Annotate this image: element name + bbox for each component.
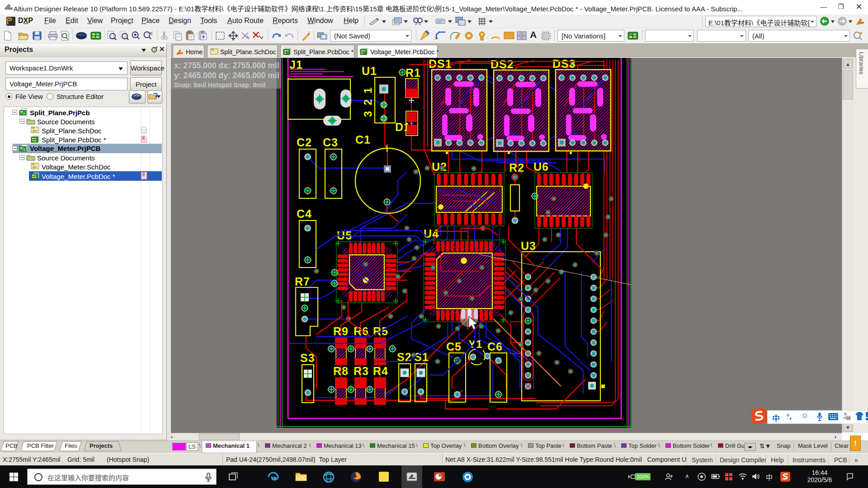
svg-text:x: 2755.000 dx: 2755.000: x: 2755.000 dx: 2755.000 mil <box>174 61 279 70</box>
svg-text:1: 1 <box>362 88 374 94</box>
svg-text:DS3: DS3 <box>552 58 576 70</box>
svg-text:C5: C5 <box>446 340 462 353</box>
svg-text:R8: R8 <box>333 365 349 377</box>
svg-text:U2: U2 <box>432 160 447 173</box>
svg-text:C3: C3 <box>323 136 338 149</box>
svg-text:U4: U4 <box>424 227 439 240</box>
svg-text:C2: C2 <box>297 136 312 149</box>
svg-text:2: 2 <box>362 99 374 105</box>
svg-text:U1: U1 <box>362 65 377 77</box>
svg-text:DS1: DS1 <box>429 58 452 70</box>
svg-text:U6: U6 <box>533 160 549 173</box>
svg-text:R2: R2 <box>509 161 524 174</box>
svg-text:R3: R3 <box>354 365 369 377</box>
svg-text:R4: R4 <box>373 365 388 377</box>
svg-text:U3: U3 <box>521 239 536 252</box>
svg-text:y: 2465.000 dy: 2465.000: y: 2465.000 dy: 2465.000 mil <box>174 71 279 80</box>
svg-text:R7: R7 <box>295 275 310 288</box>
svg-text:16: 16 <box>847 417 850 420</box>
svg-text:Snap: 5mil Hotspot Snap: 8mil: Snap: 5mil Hotspot Snap: 8mil <box>174 81 265 89</box>
svg-text:R1: R1 <box>406 66 421 79</box>
svg-text:R9: R9 <box>333 325 349 338</box>
svg-text:S3: S3 <box>300 352 315 364</box>
svg-text:Y1: Y1 <box>468 338 482 350</box>
svg-text:C4: C4 <box>297 207 312 220</box>
svg-text:3: 3 <box>362 111 374 117</box>
svg-text:DS2: DS2 <box>491 58 514 70</box>
svg-text:C1: C1 <box>355 133 371 146</box>
